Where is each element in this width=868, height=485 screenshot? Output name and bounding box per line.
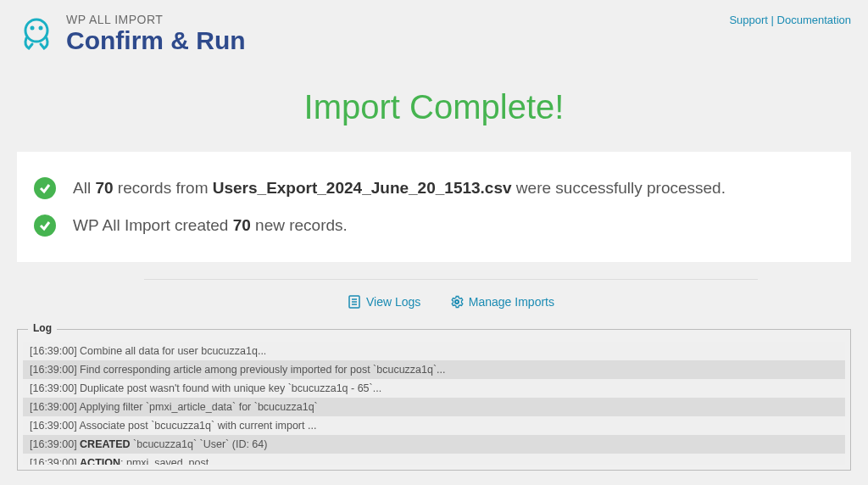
checkmark-icon xyxy=(34,177,56,199)
header-right-links: Support | Documentation xyxy=(729,14,851,26)
wpai-logo-icon xyxy=(17,14,56,53)
log-row: [16:39:00] Associate post `bcucuzza1q` w… xyxy=(23,416,845,435)
manage-imports-label: Manage Imports xyxy=(469,295,554,309)
text-fragment: were successfully processed. xyxy=(512,179,726,197)
header-subtitle: WP ALL IMPORT xyxy=(66,14,246,26)
view-logs-link[interactable]: View Logs xyxy=(348,295,420,309)
page-header: WP ALL IMPORT Confirm & Run Support | Do… xyxy=(0,0,868,63)
header-left: WP ALL IMPORT Confirm & Run xyxy=(17,14,246,54)
log-row: [16:39:00] Combine all data for user bcu… xyxy=(23,342,845,360)
summary-row-processed: All 70 records from Users_Export_2024_Ju… xyxy=(34,177,834,199)
import-complete-heading: Import Complete! xyxy=(0,88,868,126)
link-separator: | xyxy=(768,14,777,26)
records-count: 70 xyxy=(95,179,113,197)
summary-text-processed: All 70 records from Users_Export_2024_Ju… xyxy=(73,179,726,198)
created-count: 70 xyxy=(233,216,251,234)
svg-point-1 xyxy=(31,26,35,31)
view-logs-label: View Logs xyxy=(366,295,420,309)
log-body[interactable]: [16:39:00] Combine all data for user bcu… xyxy=(23,342,845,465)
log-row: [16:39:00] ACTION: pmxi_saved_post xyxy=(23,454,845,465)
log-legend: Log xyxy=(28,322,57,334)
log-row: [16:39:00] Find corresponding article am… xyxy=(23,360,845,379)
text-fragment: WP All Import created xyxy=(73,216,233,234)
svg-point-0 xyxy=(25,20,47,42)
log-panel: Log [16:39:00] Combine all data for user… xyxy=(17,329,851,471)
actions-bar: View Logs Manage Imports xyxy=(144,279,758,312)
gear-icon xyxy=(450,295,464,309)
text-fragment: All xyxy=(73,179,95,197)
log-row: [16:39:00] CREATED `bcucuzza1q` `User` (… xyxy=(23,435,845,454)
support-link[interactable]: Support xyxy=(729,14,768,26)
svg-point-2 xyxy=(39,26,43,31)
summary-row-created: WP All Import created 70 new records. xyxy=(34,215,834,237)
source-filename: Users_Export_2024_June_20_1513.csv xyxy=(213,179,512,197)
log-row: [16:39:00] Applying filter `pmxi_article… xyxy=(23,398,845,416)
manage-imports-link[interactable]: Manage Imports xyxy=(450,295,554,309)
text-fragment: records from xyxy=(114,179,213,197)
checkmark-icon xyxy=(34,215,56,237)
summary-text-created: WP All Import created 70 new records. xyxy=(73,216,348,235)
logs-icon xyxy=(348,295,361,309)
text-fragment: new records. xyxy=(251,216,348,234)
header-titles: WP ALL IMPORT Confirm & Run xyxy=(66,14,246,54)
summary-card: All 70 records from Users_Export_2024_Ju… xyxy=(17,152,851,262)
documentation-link[interactable]: Documentation xyxy=(777,14,851,26)
log-row: [16:39:00] Duplicate post wasn't found w… xyxy=(23,379,845,398)
header-title: Confirm & Run xyxy=(66,26,246,54)
